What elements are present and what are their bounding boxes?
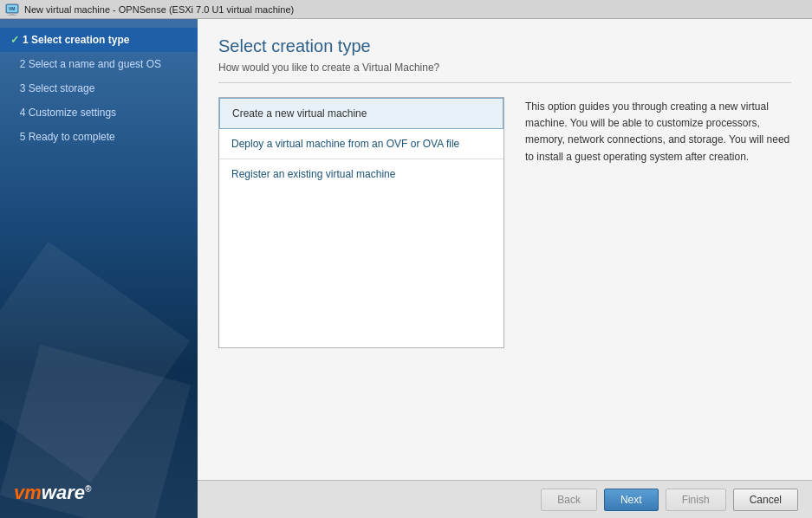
svg-rect-2	[8, 15, 16, 16]
content-split: Create a new virtual machineDeploy a vir…	[218, 97, 791, 348]
finish-button[interactable]: Finish	[666, 489, 726, 511]
footer: Back Next Finish Cancel	[198, 480, 812, 518]
title-bar: VM New virtual machine - OPNSense (ESXi …	[0, 0, 812, 19]
description-panel: This option guides you through creating …	[525, 97, 791, 348]
option-new[interactable]: Create a new virtual machine	[219, 98, 503, 129]
options-panel: Create a new virtual machineDeploy a vir…	[218, 97, 504, 348]
sidebar-step-1[interactable]: ✓ 1 Select creation type	[0, 28, 198, 52]
step-number	[10, 82, 16, 94]
vmware-logo-vm: vm	[14, 482, 42, 503]
content-area: Select creation type How would you like …	[198, 19, 812, 518]
next-button[interactable]: Next	[604, 489, 659, 511]
main-container: ✓ 1 Select creation type 2 Select a name…	[0, 19, 812, 518]
page-subtitle: How would you like to create a Virtual M…	[218, 62, 791, 83]
page-title: Select creation type	[218, 36, 791, 56]
svg-text:VM: VM	[9, 6, 16, 11]
description-text: This option guides you through creating …	[525, 100, 789, 163]
step-number	[10, 131, 16, 143]
title-bar-text: New virtual machine - OPNSense (ESXi 7.0…	[24, 4, 294, 15]
vm-icon: VM	[5, 3, 19, 16]
cancel-button[interactable]: Cancel	[733, 489, 798, 511]
sidebar-steps: ✓ 1 Select creation type 2 Select a name…	[0, 28, 198, 468]
content-body: Select creation type How would you like …	[198, 19, 812, 480]
check-icon: ✓	[10, 34, 19, 46]
sidebar: ✓ 1 Select creation type 2 Select a name…	[0, 19, 198, 518]
sidebar-step-5[interactable]: 5 Ready to complete	[0, 125, 198, 149]
option-existing[interactable]: Register an existing virtual machine	[219, 159, 503, 189]
vmware-logo: vmware®	[0, 468, 198, 518]
sidebar-step-2[interactable]: 2 Select a name and guest OS	[0, 52, 198, 76]
sidebar-step-3[interactable]: 3 Select storage	[0, 76, 198, 100]
option-ovf[interactable]: Deploy a virtual machine from an OVF or …	[219, 129, 503, 159]
step-number	[10, 107, 16, 119]
back-button[interactable]: Back	[541, 489, 597, 511]
svg-rect-1	[10, 13, 14, 15]
step-number	[10, 58, 16, 70]
sidebar-step-4[interactable]: 4 Customize settings	[0, 100, 198, 125]
